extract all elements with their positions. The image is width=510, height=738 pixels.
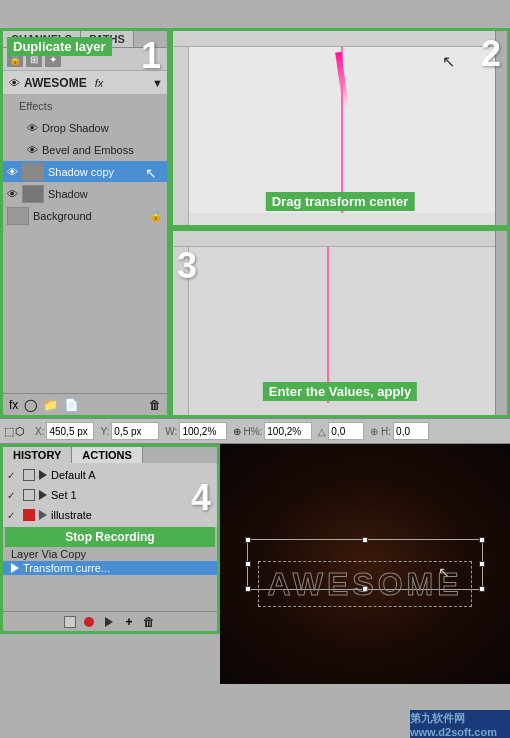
triangle-default [39, 470, 47, 480]
actions-bottom-bar: + 🗑 [3, 611, 217, 631]
step1-label-container: Duplicate layer [7, 37, 112, 56]
angle-label: △ [318, 426, 326, 437]
sq-icon-set1 [23, 489, 35, 501]
sq-icon-default [23, 469, 35, 481]
x-label: X: [35, 426, 44, 437]
layer-thumb-sh [22, 185, 44, 203]
step4-area: 4 HISTORY ACTIONS ✓ Default A ✓ Set 1 [0, 444, 220, 634]
check-icon-default: ✓ [7, 469, 19, 481]
y-control: Y: [100, 422, 159, 440]
check-icon-set1: ✓ [7, 489, 19, 501]
step2-area: ↖ Drag transform center 2 [170, 28, 510, 228]
play-btn[interactable] [102, 615, 116, 629]
marquee-icon[interactable]: ⬚ [4, 425, 14, 438]
action-item-default[interactable]: ✓ Default A [3, 465, 217, 485]
canvas-step2: ↖ [189, 47, 495, 213]
handle-ml[interactable] [245, 561, 251, 567]
shadow-copy-layer[interactable]: 👁 Shadow copy ↖ [3, 161, 167, 183]
h2-input[interactable] [393, 422, 429, 440]
handle-br[interactable] [479, 586, 485, 592]
eye-icon-sc: 👁 [7, 166, 18, 178]
check-icon-ill: ✓ [7, 509, 19, 521]
bevel-emboss-label: Bevel and Emboss [42, 144, 134, 156]
h2-label: ⊕ H: [370, 426, 391, 437]
handle-tr[interactable] [479, 537, 485, 543]
step1-area: CHANNELS PATHS 🔒 ⊞ ✦ 👁 AWESOME fx ▼ Effe… [0, 28, 170, 418]
fx-bottom-icon[interactable]: fx [9, 398, 18, 412]
watermark-text: 第九软件网 www.d2soft.com [410, 711, 510, 738]
action-item-set1[interactable]: ✓ Set 1 [3, 485, 217, 505]
fx-label: fx [95, 77, 104, 89]
h-control: ⊕ H%: [233, 422, 312, 440]
shadow-copy-label: Shadow copy [48, 166, 114, 178]
lasso-icon[interactable]: ⬡ [15, 425, 25, 438]
link-wh-icon: ⊕ [233, 426, 241, 437]
triangle-transform [11, 563, 19, 573]
layer-thumb-bg [7, 207, 29, 225]
background-label: Background [33, 210, 92, 222]
shadow-label: Shadow [48, 188, 88, 200]
drop-shadow-item: 👁 Drop Shadow [3, 117, 167, 139]
new-group-icon[interactable]: 📁 [43, 398, 58, 412]
x-input[interactable] [46, 422, 94, 440]
transform-toolbar: ⬚ ⬡ X: Y: W: ⊕ H%: △ ⊕ H: [0, 418, 510, 444]
h2-control: ⊕ H: [370, 422, 429, 440]
delete-layer-icon[interactable]: 🗑 [149, 398, 161, 412]
step3-area: Enter the Values, apply 3 [170, 228, 510, 418]
effects-label: Effects [19, 100, 52, 112]
handle-tm[interactable] [362, 537, 368, 543]
set1-label: Set 1 [51, 489, 77, 501]
step4-number: 4 [191, 477, 211, 519]
cursor-step2: ↖ [442, 52, 455, 71]
record-btn[interactable] [82, 615, 96, 629]
w-label: W: [165, 426, 177, 437]
illustrate-label: illustrate [51, 509, 92, 521]
lock-icon-bg: 🔒 [149, 209, 163, 222]
tab-actions[interactable]: ACTIONS [72, 447, 143, 463]
handle-bl[interactable] [245, 586, 251, 592]
watermark: 第九软件网 www.d2soft.com [410, 710, 510, 738]
layer-thumb-sc [22, 163, 44, 181]
delete-action-btn[interactable]: 🗑 [142, 615, 156, 629]
eye-icon-ds: 👁 [27, 122, 38, 134]
scrollbar-v-step3[interactable] [495, 231, 507, 415]
ruler-h-step3 [173, 231, 507, 247]
w-control: W: [165, 422, 227, 440]
layer-eye-icon: 👁 [9, 77, 20, 89]
drop-shadow-label: Drop Shadow [42, 122, 109, 134]
angle-input[interactable] [328, 422, 364, 440]
action-entry-transform[interactable]: Transform curre... [3, 561, 217, 575]
brush-stroke [335, 52, 349, 107]
h-input[interactable] [264, 422, 312, 440]
shadow-layer[interactable]: 👁 Shadow [3, 183, 167, 205]
canvas-background: AWESOME ↖ [220, 444, 510, 684]
h-label: H%: [243, 426, 262, 437]
handle-tl[interactable] [245, 537, 251, 543]
canvas-area: AWESOME ↖ [220, 444, 510, 684]
actions-tabs: HISTORY ACTIONS [3, 447, 217, 463]
background-layer[interactable]: Background 🔒 [3, 205, 167, 227]
action-item-illustrate[interactable]: ✓ illustrate [3, 505, 217, 525]
chevron-icon: ▼ [152, 77, 163, 89]
y-input[interactable] [111, 422, 159, 440]
add-layer-mask-icon[interactable]: ◯ [24, 398, 37, 412]
main-container: CHANNELS PATHS 🔒 ⊞ ✦ 👁 AWESOME fx ▼ Effe… [0, 0, 510, 738]
handle-mr[interactable] [479, 561, 485, 567]
stop-btn[interactable] [64, 616, 76, 628]
cursor-canvas: ↖ [438, 564, 450, 580]
new-layer-icon[interactable]: 📄 [64, 398, 79, 412]
step2-label: Drag transform center [266, 192, 415, 211]
step3-label-container: Enter the Values, apply [263, 382, 417, 401]
layer-name: AWESOME [24, 76, 87, 90]
tab-history[interactable]: HISTORY [3, 447, 72, 463]
layer-via-copy-label: Layer Via Copy [11, 548, 86, 560]
cursor-icon: ↖ [145, 165, 157, 181]
angle-control: △ [318, 422, 364, 440]
new-action-btn[interactable]: + [122, 615, 136, 629]
effects-header: Effects [3, 95, 167, 117]
ruler-horizontal [173, 31, 507, 47]
action-entry-layer-copy[interactable]: Layer Via Copy [3, 547, 217, 561]
triangle-ill [39, 510, 47, 520]
w-input[interactable] [179, 422, 227, 440]
step2-number: 2 [481, 33, 501, 75]
